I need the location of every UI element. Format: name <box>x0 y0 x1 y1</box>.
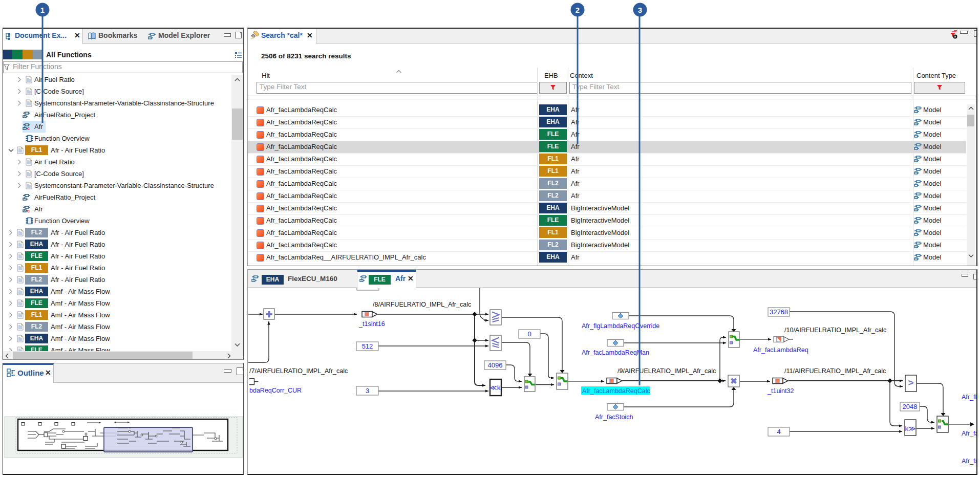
svg-text:1: 1 <box>40 6 45 14</box>
svg-text:✖: ✖ <box>730 377 737 385</box>
svg-text:512: 512 <box>362 342 373 350</box>
svg-text:2048: 2048 <box>903 403 918 410</box>
svg-text:4096: 4096 <box>488 361 503 369</box>
svg-text:0: 0 <box>527 330 531 338</box>
svg-text:Afr_fa: Afr_fa <box>962 458 976 465</box>
svg-text:Afr_facLambdaReq: Afr_facLambdaReq <box>753 346 808 354</box>
svg-text:>: > <box>908 377 913 388</box>
svg-text:3: 3 <box>638 6 642 14</box>
svg-text:3: 3 <box>366 387 369 395</box>
svg-text:c: c <box>27 126 30 131</box>
svg-text:Afr_facLambdaReqMan: Afr_facLambdaReqMan <box>582 349 649 356</box>
svg-text:/9/AIRFUELRATIO_IMPL_Afr_calc: /9/AIRFUELRATIO_IMPL_Afr_calc <box>617 367 716 375</box>
svg-text:k≫: k≫ <box>905 425 916 432</box>
svg-text:✚: ✚ <box>266 310 272 319</box>
svg-text:Afr_fl: Afr_fl <box>962 394 976 401</box>
svg-text:Afr_facStoich: Afr_facStoich <box>595 414 633 421</box>
svg-text:/11/AIRFUELRATIO_IMPL_Afr_calc: /11/AIRFUELRATIO_IMPL_Afr_calc <box>784 367 886 375</box>
svg-text:Afr_facLambdaReqCalc: Afr_facLambdaReqCalc <box>582 387 650 395</box>
svg-text:Afr_fa: Afr_fa <box>962 430 976 437</box>
svg-text:/7/AIRFUELRATIO_IMPL_Afr_calc: /7/AIRFUELRATIO_IMPL_Afr_calc <box>249 367 348 375</box>
svg-text:/10/AIRFUELRATIO_IMPL_Afr_calc: /10/AIRFUELRATIO_IMPL_Afr_calc <box>784 327 886 334</box>
svg-text:≪k: ≪k <box>490 384 501 392</box>
svg-text:_t1uint32: _t1uint32 <box>767 387 794 395</box>
svg-text:2: 2 <box>576 6 580 14</box>
svg-text:4: 4 <box>777 428 780 436</box>
svg-text:/8/AIRFUELRATIO_IMPL_Afr_calc: /8/AIRFUELRATIO_IMPL_Afr_calc <box>373 301 471 308</box>
svg-text:Afr_flgLambdaReqOverride: Afr_flgLambdaReqOverride <box>582 322 659 330</box>
svg-text:c: c <box>27 208 30 213</box>
svg-text:bdaReqCorr_CUR: bdaReqCorr_CUR <box>249 387 302 394</box>
svg-text:_t1sint16: _t1sint16 <box>358 320 385 328</box>
svg-text:32768: 32768 <box>770 308 788 316</box>
